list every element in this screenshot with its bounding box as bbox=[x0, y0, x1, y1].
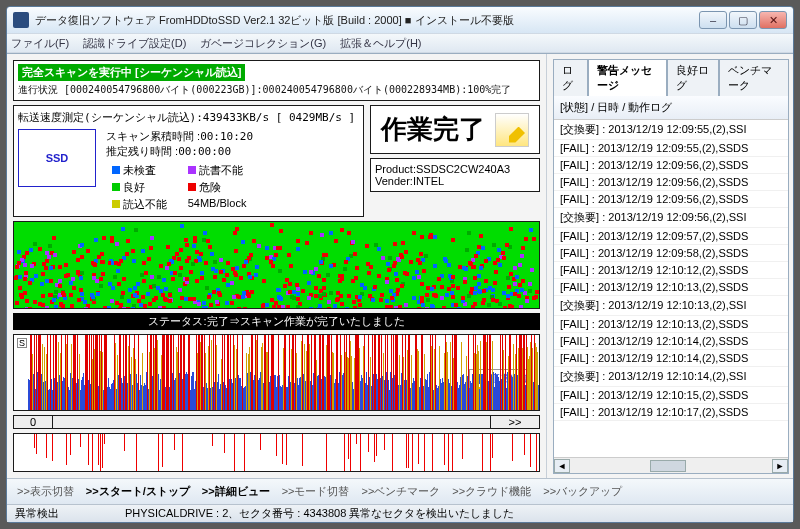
minimize-button[interactable]: – bbox=[699, 11, 727, 29]
scan-run-label: 完全スキャンを実行中 [シーケンシャル読込] bbox=[18, 64, 245, 81]
remain-label: 推定残り時間 : bbox=[106, 145, 178, 157]
log-row[interactable]: [FAIL] : 2013/12/19 12:10:12,(2),SSDS bbox=[554, 262, 788, 279]
status-strip: 異常検出 PHYSICALDRIVE : 2、セクタ番号 : 4343808 異… bbox=[7, 504, 793, 522]
btn-backup[interactable]: >>バックアップ bbox=[539, 482, 626, 501]
status-line: ステータス:完了⇒スキャン作業が完了いたしました bbox=[13, 313, 540, 330]
progress-panel: 完全スキャンを実行中 [シーケンシャル読込] 進行状況 [00024005479… bbox=[13, 60, 540, 101]
scan-progress: 進行状況 [000240054796800バイト(000223GB)]:0002… bbox=[18, 83, 535, 97]
range-bar: 0 >> bbox=[13, 415, 540, 429]
transfer-head: 転送速度測定(シーケンシャル読込):439433KB/s [ 0429MB/s … bbox=[18, 110, 359, 125]
menu-file[interactable]: ファイル(F) bbox=[11, 36, 69, 51]
log-row[interactable]: [FAIL] : 2013/12/19 12:09:56,(2),SSDS bbox=[554, 157, 788, 174]
menubar: ファイル(F) 認識ドライブ設定(D) ガベージコレクション(G) 拡張＆ヘルプ… bbox=[7, 33, 793, 53]
block-map[interactable] bbox=[13, 221, 540, 309]
range-next[interactable]: >> bbox=[490, 415, 540, 429]
btn-start[interactable]: >>スタート/ストップ bbox=[82, 482, 194, 501]
app-icon bbox=[13, 12, 29, 28]
elapsed-label: スキャン累積時間 : bbox=[106, 130, 200, 142]
product-box: Product:SSDSC2CW240A3 Vender:INTEL bbox=[370, 158, 540, 192]
done-text: 作業完了 bbox=[381, 112, 485, 147]
log-row[interactable]: [FAIL] : 2013/12/19 12:10:13,(2),SSDS bbox=[554, 279, 788, 296]
vendor-label: Vender: bbox=[375, 175, 413, 187]
log-row[interactable]: [交換要] : 2013/12/19 12:10:13,(2),SSI bbox=[554, 296, 788, 316]
log-row[interactable]: [FAIL] : 2013/12/19 12:10:13,(2),SSDS bbox=[554, 316, 788, 333]
legend-unchecked: 未検査 bbox=[123, 164, 156, 176]
legend-danger: 危険 bbox=[199, 181, 221, 193]
maximize-button[interactable]: ▢ bbox=[729, 11, 757, 29]
btn-mode[interactable]: >>モード切替 bbox=[278, 482, 354, 501]
hscrollbar[interactable]: ◄ ► bbox=[554, 457, 788, 473]
log-row[interactable]: [交換要] : 2013/12/19 12:10:14,(2),SSI bbox=[554, 367, 788, 387]
tab-warn[interactable]: 警告メッセージ bbox=[588, 59, 666, 96]
btn-view[interactable]: >>表示切替 bbox=[13, 482, 78, 501]
log-row[interactable]: [FAIL] : 2013/12/19 12:09:56,(2),SSDS bbox=[554, 191, 788, 208]
status-right: PHYSICALDRIVE : 2、セクタ番号 : 4343808 異常なセクタ… bbox=[125, 506, 514, 521]
left-pane: 完全スキャンを実行中 [シーケンシャル読込] 進行状況 [00024005479… bbox=[7, 54, 547, 478]
elapsed-value: 00:10:20 bbox=[200, 130, 253, 143]
btn-bench[interactable]: >>ベンチマーク bbox=[357, 482, 444, 501]
app-window: データ復旧ソフトウェア FromHDDtoSSD Ver2.1 32ビット版 [… bbox=[6, 6, 794, 523]
legend-perblock: 54MB/Block bbox=[188, 197, 253, 212]
scroll-thumb[interactable] bbox=[650, 460, 686, 472]
tab-bench[interactable]: ベンチマーク bbox=[719, 59, 789, 96]
pencil-icon bbox=[495, 113, 529, 147]
legend-readbad: 読書不能 bbox=[199, 164, 243, 176]
content: 完全スキャンを実行中 [シーケンシャル読込] 進行状況 [00024005479… bbox=[7, 53, 793, 478]
menu-ext[interactable]: 拡張＆ヘルプ(H) bbox=[340, 36, 421, 51]
log-row[interactable]: [FAIL] : 2013/12/19 12:10:17,(2),SSDS bbox=[554, 404, 788, 421]
log-row[interactable]: [FAIL] : 2013/12/19 12:10:14,(2),SSDS bbox=[554, 333, 788, 350]
detail-graph[interactable] bbox=[13, 433, 540, 472]
transfer-panel: 転送速度測定(シーケンシャル読込):439433KB/s [ 0429MB/s … bbox=[13, 105, 364, 217]
speed-graph[interactable]: S 正常判断 警告判断 危険判断 bbox=[13, 334, 540, 411]
btn-detail[interactable]: >>詳細ビュー bbox=[198, 482, 274, 501]
log-row[interactable]: [交換要] : 2013/12/19 12:09:56,(2),SSI bbox=[554, 208, 788, 228]
log-row[interactable]: [交換要] : 2013/12/19 12:09:55,(2),SSI bbox=[554, 120, 788, 140]
menu-gc[interactable]: ガベージコレクション(G) bbox=[200, 36, 326, 51]
log-row[interactable]: [FAIL] : 2013/12/19 12:09:57,(2),SSDS bbox=[554, 228, 788, 245]
tabstrip: ログ 警告メッセージ 良好ログ ベンチマーク bbox=[553, 58, 789, 95]
product-value: SSDSC2CW240A3 bbox=[416, 163, 510, 175]
close-button[interactable]: ✕ bbox=[759, 11, 787, 29]
tab-log[interactable]: ログ bbox=[553, 59, 588, 96]
tab-good[interactable]: 良好ログ bbox=[667, 59, 720, 96]
done-box: 作業完了 bbox=[370, 105, 540, 154]
window-title: データ復旧ソフトウェア FromHDDtoSSD Ver2.1 32ビット版 [… bbox=[35, 13, 699, 28]
log-header: [状態] / 日時 / 動作ログ bbox=[554, 96, 788, 120]
remain-value: 00:00:00 bbox=[178, 145, 231, 158]
log-body[interactable]: [交換要] : 2013/12/19 12:09:55,(2),SSI[FAIL… bbox=[554, 120, 788, 457]
drive-type-box: SSD bbox=[18, 129, 96, 187]
range-start: 0 bbox=[13, 415, 53, 429]
log-row[interactable]: [FAIL] : 2013/12/19 12:09:55,(2),SSDS bbox=[554, 140, 788, 157]
btn-cloud[interactable]: >>クラウド機能 bbox=[448, 482, 535, 501]
log-panel: [状態] / 日時 / 動作ログ [交換要] : 2013/12/19 12:0… bbox=[553, 95, 789, 474]
button-bar: >>表示切替 >>スタート/ストップ >>詳細ビュー >>モード切替 >>ベンチ… bbox=[7, 478, 793, 504]
log-row[interactable]: [FAIL] : 2013/12/19 12:09:58,(2),SSDS bbox=[554, 245, 788, 262]
scroll-left-icon[interactable]: ◄ bbox=[554, 459, 570, 473]
legend-readfail: 読込不能 bbox=[123, 198, 167, 210]
timing-block: スキャン累積時間 :00:10:20 推定残り時間 :00:00:00 未検査 … bbox=[106, 129, 253, 212]
log-row[interactable]: [FAIL] : 2013/12/19 12:10:15,(2),SSDS bbox=[554, 387, 788, 404]
status-left: 異常検出 bbox=[15, 506, 125, 521]
log-row[interactable]: [FAIL] : 2013/12/19 12:10:14,(2),SSDS bbox=[554, 350, 788, 367]
legend-good: 良好 bbox=[123, 181, 145, 193]
vendor-value: INTEL bbox=[413, 175, 444, 187]
graph-s-label: S bbox=[17, 338, 27, 348]
menu-drive[interactable]: 認識ドライブ設定(D) bbox=[83, 36, 186, 51]
scroll-right-icon[interactable]: ► bbox=[772, 459, 788, 473]
log-row[interactable]: [FAIL] : 2013/12/19 12:09:56,(2),SSDS bbox=[554, 174, 788, 191]
titlebar[interactable]: データ復旧ソフトウェア FromHDDtoSSD Ver2.1 32ビット版 [… bbox=[7, 7, 793, 33]
product-label: Product: bbox=[375, 163, 416, 175]
right-pane: ログ 警告メッセージ 良好ログ ベンチマーク [状態] / 日時 / 動作ログ … bbox=[547, 54, 793, 478]
